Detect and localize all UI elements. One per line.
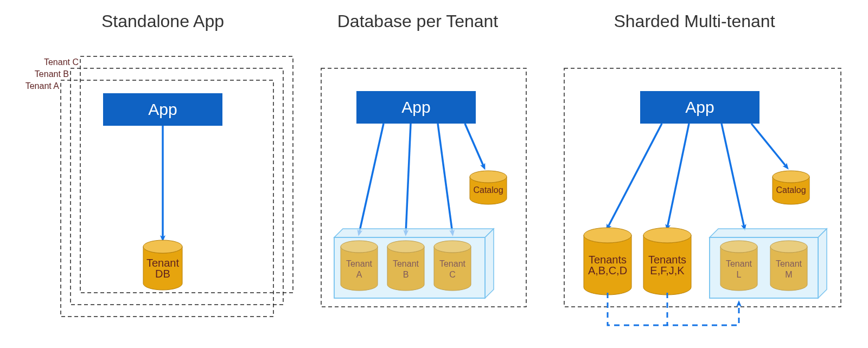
sharded-arrow-catalog xyxy=(751,124,787,167)
sharded-pool-side xyxy=(818,229,827,298)
dbpertenant-pool-side xyxy=(485,229,494,298)
dbpertenant-arrow-c xyxy=(438,124,452,233)
sharded-bigdb-1-label-1: E,F,J,K xyxy=(650,265,685,276)
dbpertenant-catalog-label-0: Catalog xyxy=(473,185,503,195)
standalone-stack-label-0: Tenant C xyxy=(44,57,79,67)
dbpertenant-arrow-b xyxy=(406,124,411,233)
sharded-bigdb-0-label-0: Tenants xyxy=(589,254,627,266)
sharded-bigdb-1-label-0: Tenants xyxy=(648,254,686,266)
standalone-app-label: App xyxy=(148,100,177,118)
dbpertenant-app-label: App xyxy=(401,98,430,116)
sharded-catalog-label-0: Catalog xyxy=(776,185,806,195)
sharded-bigdb-0-label-1: A,B,C,D xyxy=(588,265,627,276)
sharded-bigdb-0-top xyxy=(584,228,631,243)
dbpertenant-pool-overlay xyxy=(334,237,485,298)
standalone-db-label-1: DB xyxy=(155,268,170,280)
sharded-pool-top xyxy=(710,229,827,237)
sharded-arrow-1 xyxy=(608,124,662,228)
standalone-db-top xyxy=(143,240,182,253)
sharded-arrow-2 xyxy=(667,124,689,228)
standalone-box-c xyxy=(80,56,293,293)
standalone-db-label-0: Tenant xyxy=(146,257,179,269)
sharded-arrow-3 xyxy=(722,124,744,228)
dbpertenant-arrow-a xyxy=(359,124,384,233)
title-dbpertenant: Database per Tenant xyxy=(337,11,499,31)
standalone-stack-label-1: Tenant B xyxy=(35,69,69,79)
sharded-bigdb-1-top xyxy=(643,228,691,243)
dbpertenant-catalog-top xyxy=(470,171,507,183)
title-standalone: Standalone App xyxy=(101,11,224,31)
sharded-catalog-top xyxy=(773,171,809,183)
tenancy-models-diagram: Standalone AppDatabase per TenantSharded… xyxy=(0,0,868,348)
sharded-pool-overlay xyxy=(710,237,818,298)
sharded-app-label: App xyxy=(685,98,714,116)
dbpertenant-pool-top xyxy=(334,229,494,237)
title-sharded: Sharded Multi-tenant xyxy=(614,11,775,31)
standalone-stack-label-2: Tenant A xyxy=(25,81,60,91)
dbpertenant-arrow-catalog xyxy=(465,124,484,167)
